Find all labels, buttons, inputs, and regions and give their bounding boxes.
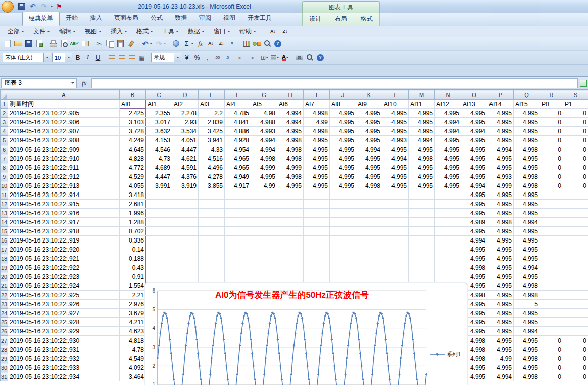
- cell[interactable]: 0.43: [120, 263, 146, 272]
- cell[interactable]: 1.996: [120, 209, 146, 218]
- cell[interactable]: 4.995: [330, 154, 356, 163]
- cell[interactable]: [435, 218, 461, 227]
- cell[interactable]: 4.995: [461, 109, 487, 118]
- cell[interactable]: 2019-05-16 23:10:22:.907: [8, 127, 120, 136]
- chart-wizard-button[interactable]: [241, 39, 252, 49]
- cell[interactable]: 4.447: [146, 172, 172, 181]
- cell[interactable]: 2019-05-16 23:10:22:.921: [8, 254, 120, 263]
- cell[interactable]: 4.995: [514, 163, 540, 172]
- cell[interactable]: 0: [563, 163, 588, 172]
- cell[interactable]: 4.995: [487, 163, 514, 172]
- cell[interactable]: 2019-05-16 23:10:22:.929: [8, 327, 120, 336]
- cell[interactable]: [225, 272, 251, 281]
- cell[interactable]: 4.998: [277, 154, 304, 163]
- cell[interactable]: 3.941: [199, 136, 225, 145]
- cell[interactable]: [563, 200, 588, 209]
- column-header-N[interactable]: N: [435, 90, 461, 100]
- number-format-select[interactable]: 常规: [151, 53, 181, 62]
- tab-data[interactable]: 数据: [169, 12, 193, 26]
- cell[interactable]: 4.993: [251, 127, 277, 136]
- cell[interactable]: 4.998: [514, 181, 540, 190]
- cell[interactable]: 4.995: [461, 154, 487, 163]
- cell[interactable]: [435, 200, 461, 209]
- font-color-button[interactable]: A: [280, 53, 290, 63]
- cell[interactable]: 0: [563, 372, 588, 381]
- formula-input[interactable]: [91, 78, 578, 88]
- column-header-D[interactable]: D: [172, 90, 199, 100]
- cell[interactable]: [225, 218, 251, 227]
- cell[interactable]: 4.995: [277, 181, 304, 190]
- row-header-12[interactable]: 12: [1, 200, 8, 209]
- row-header-24[interactable]: 24: [1, 309, 8, 318]
- cell[interactable]: 4.995: [514, 109, 540, 118]
- tab-developer[interactable]: 开发工具: [241, 12, 278, 26]
- cell[interactable]: [251, 227, 277, 236]
- cell[interactable]: [199, 263, 225, 272]
- chevron-down-icon[interactable]: [150, 43, 153, 46]
- cell[interactable]: [146, 209, 172, 218]
- cell[interactable]: 3.728: [120, 127, 146, 136]
- cell[interactable]: 4.994: [356, 145, 382, 154]
- cell[interactable]: 2019-05-16 23:10:22:.923: [8, 272, 120, 281]
- expand-formula-bar-icon[interactable]: [580, 80, 587, 87]
- cell[interactable]: [330, 227, 356, 236]
- cell[interactable]: 4.995: [487, 227, 514, 236]
- cell[interactable]: 4.995: [487, 236, 514, 245]
- cell[interactable]: 4.999: [277, 163, 304, 172]
- cell[interactable]: [563, 263, 588, 272]
- font-name-select[interactable]: 宋体 (正文): [3, 53, 51, 62]
- zoom-button[interactable]: [262, 39, 273, 49]
- cell[interactable]: 4.995: [487, 118, 514, 127]
- align-center-button[interactable]: [117, 53, 127, 63]
- cell[interactable]: 4.994: [487, 372, 514, 381]
- filter-button[interactable]: ▼: [227, 39, 237, 49]
- cell[interactable]: 4.995: [330, 181, 356, 190]
- cell[interactable]: 4.995: [251, 172, 277, 181]
- column-header-F[interactable]: F: [225, 90, 251, 100]
- menu-file[interactable]: 文件: [29, 26, 55, 37]
- cell[interactable]: AI14: [487, 100, 514, 109]
- column-header-H[interactable]: H: [277, 90, 304, 100]
- cell[interactable]: [251, 245, 277, 254]
- row-header-21[interactable]: 21: [1, 281, 8, 291]
- cell[interactable]: 4.949: [225, 172, 251, 181]
- help-button[interactable]: ?: [273, 39, 283, 49]
- cell[interactable]: 4.998: [514, 172, 540, 181]
- column-header-O[interactable]: O: [461, 90, 487, 100]
- menu-help[interactable]: 帮助: [235, 26, 261, 37]
- cell[interactable]: 4.995: [461, 163, 487, 172]
- cell[interactable]: 2019-05-16 23:10:22:.922: [8, 263, 120, 272]
- menu-edit[interactable]: 编辑: [55, 26, 80, 37]
- cell[interactable]: [409, 209, 435, 218]
- cell[interactable]: 4.818: [120, 336, 146, 345]
- cell[interactable]: 4.995: [382, 109, 409, 118]
- cell[interactable]: [225, 263, 251, 272]
- select-all-corner[interactable]: [1, 90, 8, 100]
- cell[interactable]: 4.995: [461, 172, 487, 181]
- cell[interactable]: 2019-05-16 23:10:22:.926: [8, 300, 120, 309]
- format-painter-button[interactable]: [126, 39, 136, 49]
- cell[interactable]: [540, 300, 563, 309]
- cell[interactable]: [199, 218, 225, 227]
- cell[interactable]: 2.839: [199, 118, 225, 127]
- cell[interactable]: 2.278: [172, 109, 199, 118]
- cell[interactable]: [382, 236, 409, 245]
- cell[interactable]: 4.995: [435, 136, 461, 145]
- cell[interactable]: [356, 218, 382, 227]
- cell[interactable]: 4.994: [514, 263, 540, 272]
- cell[interactable]: [304, 227, 330, 236]
- cell[interactable]: 4.623: [120, 327, 146, 336]
- cell[interactable]: 2019-05-16 23:10:22:.934: [8, 372, 120, 381]
- cell[interactable]: 4.995: [356, 127, 382, 136]
- cell[interactable]: 2019-05-16 23:10:22:.913: [8, 181, 120, 190]
- cell[interactable]: 4.954: [225, 145, 251, 154]
- cell[interactable]: [330, 209, 356, 218]
- cell[interactable]: [251, 272, 277, 281]
- cell[interactable]: 4.995: [409, 163, 435, 172]
- cell[interactable]: 2019-05-16 23:10:22:.911: [8, 163, 120, 172]
- column-header-K[interactable]: K: [356, 90, 382, 100]
- cell[interactable]: 0: [540, 109, 563, 118]
- column-header-C[interactable]: C: [146, 90, 172, 100]
- cell[interactable]: 0: [540, 145, 563, 154]
- cell[interactable]: P1: [563, 100, 588, 109]
